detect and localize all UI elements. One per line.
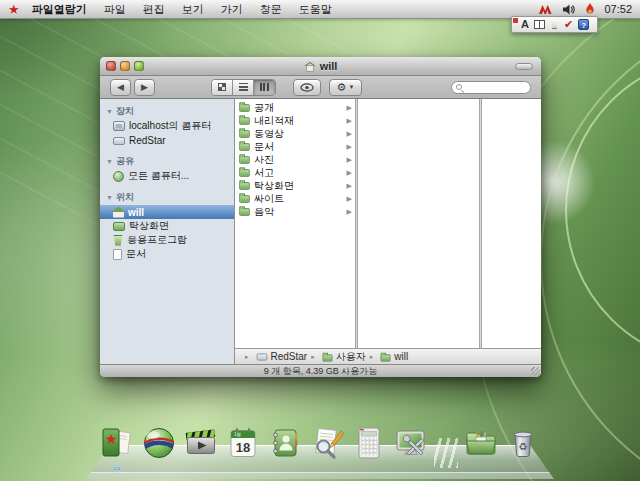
- volume-icon[interactable]: [563, 4, 576, 15]
- ime-indicator-icon[interactable]: [539, 4, 554, 15]
- sidebar-section-shared[interactable]: ▼ 공유: [100, 154, 234, 169]
- sidebar-item[interactable]: RedStar: [100, 133, 234, 147]
- path-item[interactable]: 사용자: [307, 350, 366, 364]
- file-row[interactable]: 싸이트 ▶: [235, 192, 355, 205]
- dock-separator: [434, 438, 458, 468]
- column-2: [358, 99, 479, 348]
- menu-items: 파일열람기파일편집보기가기창문도움말: [32, 2, 332, 17]
- file-row[interactable]: 서고 ▶: [235, 166, 355, 179]
- path-item-label: RedStar: [271, 351, 308, 362]
- folder-icon: [239, 169, 249, 177]
- view-mode-control: [211, 79, 276, 96]
- dock-text-editor-icon[interactable]: [308, 424, 346, 462]
- sidebar-item[interactable]: 탁상화면: [100, 219, 234, 233]
- dock-web-browser-icon[interactable]: [140, 424, 178, 462]
- forward-button[interactable]: ▶: [134, 79, 155, 96]
- minimize-button[interactable]: [120, 61, 130, 71]
- menu-clock[interactable]: 07:52: [604, 3, 632, 15]
- folder-icon: [239, 143, 249, 151]
- sidebar-item[interactable]: 문서: [100, 247, 234, 261]
- column-3: [482, 99, 541, 348]
- zoom-button[interactable]: [134, 61, 144, 71]
- ime-tools-icon[interactable]: [550, 20, 559, 29]
- sidebar-item[interactable]: localhost의 콤퓨터: [100, 119, 234, 133]
- red-star-logo-icon[interactable]: ★: [8, 0, 20, 19]
- dock-calculator-icon[interactable]: [350, 424, 388, 462]
- sidebar-item[interactable]: 응용프로그람: [100, 233, 234, 247]
- home-icon: [304, 61, 316, 72]
- file-name: 문서: [254, 140, 274, 154]
- sidebar-item[interactable]: 모든 콤퓨터...: [100, 169, 234, 183]
- path-item-icon: [322, 354, 332, 361]
- folder-icon: [239, 195, 249, 203]
- menu-item[interactable]: 창문: [260, 2, 282, 17]
- folder-icon: [239, 208, 249, 216]
- menu-item[interactable]: 보기: [182, 2, 204, 17]
- path-item[interactable]: RedStar: [241, 351, 307, 362]
- resize-grip[interactable]: [531, 367, 540, 376]
- menu-item[interactable]: 도움말: [299, 2, 332, 17]
- sidebar-item-icon: [113, 207, 124, 218]
- sidebar-item-label: RedStar: [129, 135, 166, 146]
- path-item-icon: [381, 354, 391, 361]
- ime-palette: A ✔ ?: [511, 16, 598, 33]
- dock: 1월 18: [86, 415, 554, 479]
- ime-pane-layout-icon[interactable]: [534, 20, 545, 29]
- file-row[interactable]: 내리적재 ▶: [235, 114, 355, 127]
- close-button[interactable]: [106, 61, 116, 71]
- quicklook-button[interactable]: [293, 79, 321, 96]
- search-input[interactable]: [465, 82, 526, 92]
- dock-file-manager-icon[interactable]: [98, 424, 136, 462]
- file-name: 음악: [254, 205, 274, 219]
- sidebar-section-devices[interactable]: ▼ 장치: [100, 104, 234, 119]
- sidebar-section-places[interactable]: ▼ 위치: [100, 190, 234, 205]
- menu-item[interactable]: 파일: [104, 2, 126, 17]
- column-view: 공개 ▶ 내리적재 ▶ 동영상: [235, 99, 541, 348]
- icon-view-button[interactable]: [212, 80, 233, 95]
- chevron-right-icon: ▶: [347, 117, 352, 125]
- folder-icon: [239, 104, 249, 112]
- file-row[interactable]: 동영상 ▶: [235, 127, 355, 140]
- list-view-button[interactable]: [233, 80, 254, 95]
- ime-close-icon[interactable]: [513, 18, 518, 23]
- security-icon[interactable]: [585, 3, 595, 15]
- wallpaper-ring: [565, 55, 640, 365]
- actions-button[interactable]: ⚙ ▼: [329, 79, 362, 96]
- ime-help-icon[interactable]: ?: [578, 19, 589, 30]
- window-toolbar: ◀ ▶ ⚙ ▼: [100, 76, 541, 99]
- folder-icon: [239, 156, 249, 164]
- search-field[interactable]: [451, 81, 531, 94]
- disclosure-triangle-icon: ▼: [106, 108, 113, 115]
- sidebar-item-icon: [113, 249, 122, 260]
- dock-stationery-folder-icon[interactable]: [462, 424, 500, 462]
- section-label: 장치: [116, 105, 134, 118]
- file-row[interactable]: 탁상화면 ▶: [235, 179, 355, 192]
- menu-item[interactable]: 편집: [143, 2, 165, 17]
- file-row[interactable]: 사진 ▶: [235, 153, 355, 166]
- list-view-icon: [239, 83, 248, 91]
- back-button[interactable]: ◀: [110, 79, 131, 96]
- file-row[interactable]: 음악 ▶: [235, 205, 355, 218]
- ime-latin-mode-icon[interactable]: A: [521, 19, 529, 30]
- window-titlebar[interactable]: will: [100, 57, 541, 76]
- dock-trash-icon[interactable]: ♻: [504, 424, 542, 462]
- column-view-icon: [260, 83, 269, 91]
- svg-text:18: 18: [236, 440, 250, 455]
- sidebar-item[interactable]: will: [100, 205, 234, 219]
- dock-address-book-icon[interactable]: [266, 424, 304, 462]
- folder-icon: [239, 130, 249, 138]
- dock-system-tools-icon[interactable]: [392, 424, 430, 462]
- menu-item[interactable]: 가기: [221, 2, 243, 17]
- menu-item[interactable]: 파일열람기: [32, 2, 87, 17]
- path-item[interactable]: will: [366, 351, 408, 362]
- file-row[interactable]: 공개 ▶: [235, 101, 355, 114]
- folder-icon: [239, 182, 249, 190]
- toolbar-toggle-button[interactable]: [515, 63, 533, 70]
- column-view-button[interactable]: [254, 80, 275, 95]
- dock-media-player-icon[interactable]: [182, 424, 220, 462]
- path-bar: RedStar 사용자 will: [235, 348, 541, 364]
- dock-calendar-icon[interactable]: 1월 18: [224, 424, 262, 462]
- chevron-right-icon: ▶: [347, 156, 352, 164]
- ime-spellcheck-icon[interactable]: ✔: [564, 19, 573, 30]
- file-row[interactable]: 문서 ▶: [235, 140, 355, 153]
